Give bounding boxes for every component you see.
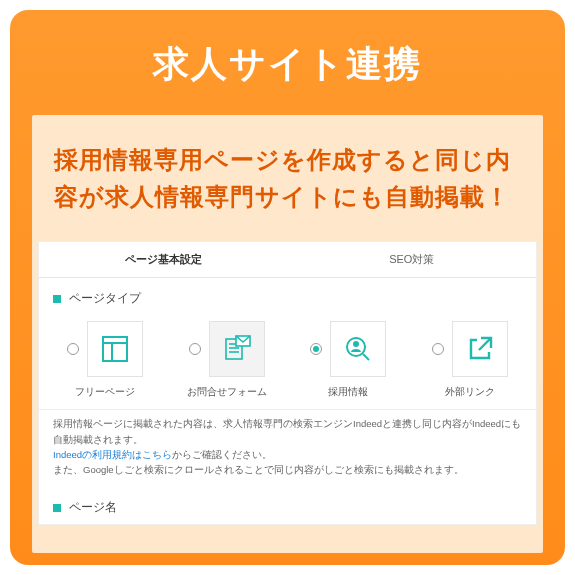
settings-panel: ページ基本設定 SEO対策 ページタイプ	[38, 241, 537, 525]
radio-free[interactable]	[67, 343, 79, 355]
option-recruit-label: 採用情報	[328, 385, 368, 399]
option-external-link[interactable]: 外部リンク	[412, 321, 528, 399]
svg-line-11	[479, 338, 491, 350]
bullet-icon	[53, 295, 61, 303]
note-link-suffix: からご確認ください。	[172, 449, 272, 460]
form-icon	[209, 321, 265, 377]
option-external-label: 外部リンク	[445, 385, 495, 399]
svg-rect-0	[103, 337, 127, 361]
indeed-terms-link[interactable]: Indeedの利用規約はこちら	[53, 449, 172, 460]
svg-point-9	[353, 341, 359, 347]
option-contact-label: お問合せフォーム	[187, 385, 267, 399]
section-page-type: ページタイプ	[39, 278, 536, 315]
radio-recruit[interactable]	[310, 343, 322, 355]
bullet-icon	[53, 504, 61, 512]
recruit-icon	[330, 321, 386, 377]
option-contact-form[interactable]: お問合せフォーム	[169, 321, 285, 399]
radio-external[interactable]	[432, 343, 444, 355]
note-line-1: 採用情報ページに掲載された内容は、求人情報専門の検索エンジンIndeedと連携し…	[53, 416, 522, 446]
card-body: 採用情報専用ページを作成すると同じ内容が求人情報専門サイトにも自動掲載！ ページ…	[32, 115, 543, 553]
feature-card: 求人サイト連携 採用情報専用ページを作成すると同じ内容が求人情報専門サイトにも自…	[10, 10, 565, 565]
note-line-2: また、Googleしごと検索にクロールされることで同じ内容がしごと検索にも掲載さ…	[53, 462, 522, 477]
tab-basic[interactable]: ページ基本設定	[39, 252, 288, 267]
section-page-name: ページ名	[39, 487, 536, 524]
option-free-page[interactable]: フリーページ	[47, 321, 163, 399]
external-link-icon	[452, 321, 508, 377]
card-lead: 採用情報専用ページを作成すると同じ内容が求人情報専門サイトにも自動掲載！	[32, 115, 543, 235]
section-page-type-label: ページタイプ	[69, 290, 141, 307]
note-line-link: Indeedの利用規約はこちらからご確認ください。	[53, 447, 522, 462]
option-recruit[interactable]: 採用情報	[291, 321, 407, 399]
page-type-options: フリーページ	[39, 315, 536, 409]
radio-contact[interactable]	[189, 343, 201, 355]
option-free-label: フリーページ	[75, 385, 135, 399]
section-page-name-label: ページ名	[69, 499, 117, 516]
svg-line-10	[363, 354, 369, 360]
page-icon	[87, 321, 143, 377]
info-note: 採用情報ページに掲載された内容は、求人情報専門の検索エンジンIndeedと連携し…	[39, 409, 536, 487]
card-title: 求人サイト連携	[32, 10, 543, 115]
tabbar: ページ基本設定 SEO対策	[39, 242, 536, 278]
tab-seo[interactable]: SEO対策	[288, 252, 537, 267]
